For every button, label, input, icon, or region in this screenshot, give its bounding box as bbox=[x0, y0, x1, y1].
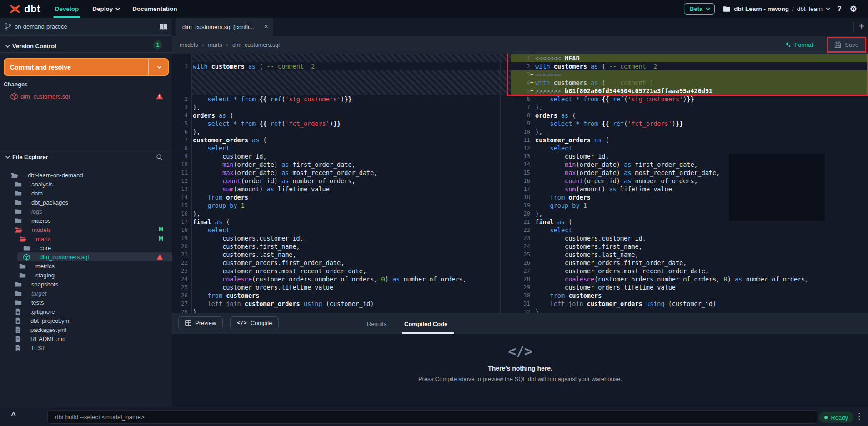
tree-item-tests[interactable]: tests bbox=[0, 298, 172, 307]
conflict-warning-icon bbox=[156, 93, 163, 100]
commit-and-resolve-button[interactable]: Commit and resolve bbox=[4, 58, 169, 76]
results-tab-label: Results bbox=[367, 321, 386, 327]
compile-button[interactable]: </> Compile bbox=[230, 316, 279, 329]
kebab-menu-icon[interactable]: ⋮ bbox=[855, 411, 863, 421]
empty-state-subtitle: Press Compile above to preview the SQL d… bbox=[418, 376, 622, 382]
tree-item-marts[interactable]: martsM bbox=[0, 234, 172, 243]
tree-item-label: target bbox=[31, 290, 46, 297]
tree-item-label: tests bbox=[31, 299, 44, 306]
tree-item-label: dbt_project.yml bbox=[30, 317, 70, 324]
tree-item-dbt-learn-on-demand[interactable]: dbt-learn-on-demand bbox=[0, 170, 172, 180]
docs-book-icon[interactable] bbox=[159, 23, 168, 30]
folder-icon bbox=[15, 209, 22, 215]
save-highlight-annotation: Save bbox=[827, 37, 866, 53]
tree-item-target[interactable]: target bbox=[0, 289, 172, 298]
tree-item-models[interactable]: modelsM bbox=[0, 225, 172, 234]
nav-item-deploy[interactable]: Deploy bbox=[92, 0, 119, 18]
commit-options-chevron[interactable] bbox=[149, 65, 168, 69]
code-line: 27 left join customer_orders using (cust… bbox=[172, 300, 500, 308]
code-line: 16), bbox=[172, 210, 500, 218]
tree-item-logs[interactable]: logs bbox=[0, 207, 172, 216]
tree-item-metrics[interactable]: metrics bbox=[0, 261, 172, 271]
git-branch-row[interactable]: on-demand-practice bbox=[0, 18, 172, 36]
code-line: 18 select bbox=[172, 226, 500, 234]
tree-item-label: core bbox=[40, 245, 51, 251]
code-line: 32) bbox=[511, 308, 868, 313]
tree-item-readme-md[interactable]: README.md bbox=[0, 334, 172, 343]
settings-gear-button[interactable]: ⚙ bbox=[850, 4, 857, 14]
breadcrumb: models›marts›dim_customers.sql bbox=[180, 42, 784, 48]
code-line: 22 select bbox=[511, 226, 868, 234]
code-editor[interactable]: 1with customers as ( -- comment 22 selec… bbox=[172, 54, 868, 313]
code-line: 28) bbox=[172, 308, 500, 313]
status-badge[interactable]: Ready bbox=[819, 412, 853, 423]
breadcrumb-item[interactable]: dim_customers.sql bbox=[232, 42, 280, 48]
dbt-command-input[interactable] bbox=[47, 410, 817, 424]
status-dot-icon bbox=[824, 416, 828, 419]
breadcrumb-item[interactable]: marts bbox=[208, 42, 222, 48]
folder-icon bbox=[23, 245, 30, 251]
tree-item-analysis[interactable]: analysis bbox=[0, 180, 172, 189]
code-line: 9 select * from {{ ref('fct_orders')}} bbox=[511, 120, 868, 128]
file-explorer-header[interactable]: File Explorer bbox=[0, 150, 172, 164]
code-icon: </> bbox=[508, 343, 532, 359]
tab-compiled-code[interactable]: Compiled Code bbox=[404, 313, 447, 334]
tree-item-dbt-packages[interactable]: dbt_packages bbox=[0, 198, 172, 207]
new-tab-button[interactable]: + bbox=[859, 21, 864, 32]
version-control-header[interactable]: Version Control 1 bbox=[0, 40, 172, 52]
code-line: 8 select bbox=[172, 144, 500, 152]
save-button[interactable]: Save bbox=[834, 41, 858, 48]
chevron-down-icon bbox=[5, 43, 10, 48]
tree-item-dim-customers-sql[interactable]: dim_customers.sql bbox=[0, 252, 172, 261]
project-name: dbt_learn bbox=[797, 5, 823, 12]
tab-results[interactable]: Results bbox=[367, 313, 386, 334]
code-line: 24 coalesce(customer_orders.number_of_or… bbox=[172, 275, 500, 283]
code-line: 10), bbox=[511, 128, 868, 136]
code-line: 30 from customers bbox=[511, 291, 868, 300]
branch-name: on-demand-practice bbox=[15, 23, 67, 30]
tree-item-macros[interactable]: macros bbox=[0, 216, 172, 225]
tree-item-dbt-project-yml[interactable]: dbt_project.yml bbox=[0, 316, 172, 325]
beta-dropdown[interactable]: Beta bbox=[684, 3, 715, 15]
dbt-logo-icon[interactable] bbox=[9, 3, 21, 15]
nav-item-develop[interactable]: Develop bbox=[55, 0, 79, 18]
tree-item-snapshots[interactable]: snapshots bbox=[0, 280, 172, 289]
preview-button[interactable]: Preview bbox=[178, 316, 223, 329]
help-button[interactable]: ? bbox=[837, 5, 842, 13]
commit-button-label[interactable]: Commit and resolve bbox=[5, 64, 148, 71]
format-button[interactable]: Format bbox=[784, 41, 813, 48]
folder-icon bbox=[19, 263, 26, 269]
search-icon[interactable] bbox=[156, 154, 163, 161]
tree-item-staging[interactable]: staging bbox=[0, 271, 172, 280]
code-line: 4orders as ( bbox=[172, 111, 500, 120]
tree-item-label: data bbox=[31, 190, 43, 197]
tree-item-label: analysis bbox=[31, 181, 53, 188]
code-line: 24 customers.first_name, bbox=[511, 242, 868, 251]
editor-pane-local[interactable]: 1with customers as ( -- comment 22 selec… bbox=[172, 54, 500, 313]
breadcrumb-item[interactable]: models bbox=[180, 42, 198, 48]
tree-item-packages-yml[interactable]: packages.yml bbox=[0, 325, 172, 334]
expand-caret-icon[interactable]: ^ bbox=[11, 411, 16, 421]
diff-spacer bbox=[501, 70, 511, 95]
tree-item--gitignore[interactable]: .gitignore bbox=[0, 307, 172, 316]
code-line: 27 customer_orders.most_recent_order_dat… bbox=[511, 267, 868, 275]
tree-item-test[interactable]: TEST bbox=[0, 343, 172, 352]
tree-item-label: README.md bbox=[30, 336, 65, 342]
tab-title: dim_customers.sql (confli... bbox=[182, 24, 254, 30]
tree-item-label: dbt-learn-on-demand bbox=[28, 172, 83, 179]
tab-dim-customers[interactable]: dim_customers.sql (confli... × bbox=[176, 18, 273, 36]
code-line: 6), bbox=[172, 128, 500, 136]
folder-icon bbox=[15, 218, 22, 224]
account-project-selector[interactable]: dbt Learn - mwong / dbt_learn bbox=[723, 5, 829, 12]
close-icon[interactable]: × bbox=[264, 23, 268, 31]
code-line: 2with customers as ( -- comment 2 bbox=[511, 62, 868, 70]
code-line: 23 customers.customer_id, bbox=[511, 234, 868, 242]
code-line: 26 customer_orders.first_order_date, bbox=[511, 259, 868, 267]
git-branch-icon bbox=[5, 23, 11, 31]
tree-item-data[interactable]: data bbox=[0, 189, 172, 198]
tree-item-core[interactable]: core bbox=[0, 243, 172, 252]
changed-file-row[interactable]: dim_customers.sql bbox=[0, 91, 172, 102]
nav-item-documentation[interactable]: Documentation bbox=[132, 0, 177, 18]
save-label: Save bbox=[845, 41, 858, 48]
file-tree: dbt-learn-on-demandanalysisdatadbt_packa… bbox=[0, 170, 172, 352]
